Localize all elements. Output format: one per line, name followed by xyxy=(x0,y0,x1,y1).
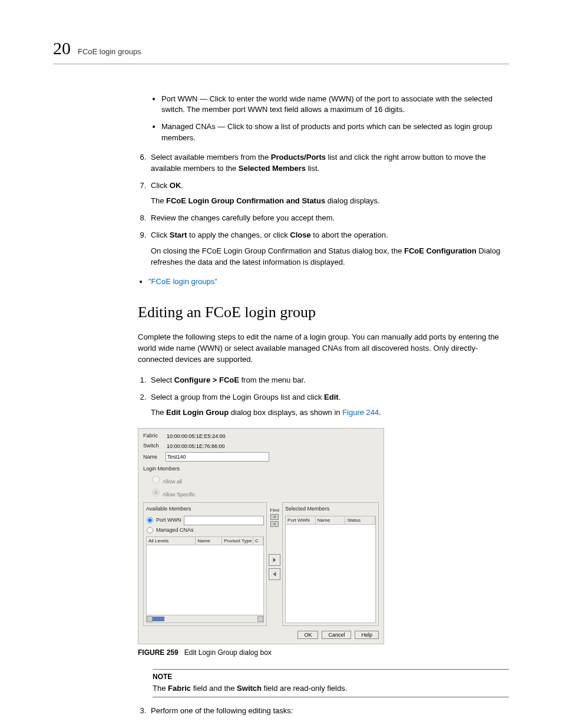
note-block: NOTE The Fabric field and the Switch fie… xyxy=(153,669,509,697)
find-label: Find xyxy=(270,508,279,513)
step-text: Review the changes carefully before you … xyxy=(151,213,335,222)
selected-members-title: Selected Members xyxy=(285,505,376,513)
fabric-label: Fabric xyxy=(143,432,162,440)
selected-members-panel: Selected Members Port WWN Name Status xyxy=(282,502,379,626)
selected-table-body xyxy=(286,525,375,622)
managed-cnas-radio-row: Managed CNAs xyxy=(146,526,264,534)
step-item: Click OK. The FCoE Login Group Confirmat… xyxy=(148,180,509,207)
remove-arrow-button[interactable] xyxy=(269,568,280,580)
switch-label: Switch xyxy=(143,442,162,450)
available-table-header: All Levels Name Product Type C xyxy=(147,537,263,546)
col-name: Name xyxy=(196,537,222,545)
available-table: All Levels Name Product Type C xyxy=(146,536,264,624)
step-item: Select Configure > FCoE from the menu ba… xyxy=(148,375,509,386)
help-button[interactable]: Help xyxy=(355,631,379,639)
step-paragraph: The Edit Login Group dialog box displays… xyxy=(151,407,509,419)
step-item: Review the changes carefully before you … xyxy=(148,213,509,224)
page-header: 20 FCoE login groups xyxy=(53,35,509,64)
bullet-item: Managed CNAs — Click to show a list of p… xyxy=(161,121,509,144)
step-item: Click Start to apply the changes, or cli… xyxy=(148,230,509,268)
chevron-right-icon xyxy=(272,558,277,562)
switch-value xyxy=(166,443,379,450)
name-input[interactable] xyxy=(166,452,269,462)
allow-all-radio[interactable]: Allow all xyxy=(149,474,379,486)
horizontal-scrollbar[interactable] xyxy=(147,615,263,622)
sel-col-status: Status xyxy=(345,516,375,525)
dialog-button-row: OK Cancel Help xyxy=(143,631,379,639)
transfer-controls: Find > < xyxy=(269,502,280,626)
step-item: Select a group from the Login Groups lis… xyxy=(148,392,509,419)
cancel-button[interactable]: Cancel xyxy=(322,631,351,639)
fabric-value xyxy=(166,433,379,440)
available-table-body xyxy=(147,545,263,615)
edit-login-group-dialog: Fabric Switch Name Login Members Allow a… xyxy=(138,428,384,644)
sel-col-name: Name xyxy=(316,516,346,525)
login-members-label: Login Members xyxy=(143,465,379,473)
col-product-type: Product Type xyxy=(222,537,253,545)
steps-list-a: Select available members from the Produc… xyxy=(138,152,509,268)
step-text: Select Configure > FCoE from the menu ba… xyxy=(151,375,306,384)
figure-caption: FIGURE 259 Edit Login Group dialog box xyxy=(138,648,509,658)
fabric-row: Fabric xyxy=(143,432,379,440)
step-text: Click Start to apply the changes, or cli… xyxy=(151,230,388,239)
col-c: C xyxy=(253,537,263,545)
note-title: NOTE xyxy=(153,672,509,682)
managed-cnas-label: Managed CNAs xyxy=(156,526,194,534)
switch-row: Switch xyxy=(143,442,379,450)
step-item: Select available members from the Produc… xyxy=(148,152,509,174)
managed-cnas-radio[interactable] xyxy=(147,527,153,533)
chevron-left-icon xyxy=(272,572,277,577)
figure-label: FIGURE 259 xyxy=(138,648,178,657)
figure-link[interactable]: Figure 244 xyxy=(342,408,379,417)
step-item: Perform one of the following editing tas… xyxy=(148,706,509,717)
figure-caption-text: Edit Login Group dialog box xyxy=(184,648,272,657)
page-content: Port WWN — Click to enter the world wide… xyxy=(138,94,509,717)
name-row: Name xyxy=(143,452,379,462)
login-members-section: Login Members Allow all Allow Specific xyxy=(143,465,379,499)
step-text: Select a group from the Login Groups lis… xyxy=(151,393,340,401)
selected-table-header: Port WWN Name Status xyxy=(286,516,375,525)
bullet-item: Port WWN — Click to enter the world wide… xyxy=(161,94,509,116)
section-intro: Complete the following steps to edit the… xyxy=(138,332,509,365)
available-members-panel: Available Members Port WWN Managed CNAs … xyxy=(143,502,267,626)
related-link-item: "FCoE login groups" xyxy=(148,276,509,288)
port-wwn-radio-row: Port WWN xyxy=(146,516,264,525)
note-text: The Fabric field and the Switch field ar… xyxy=(153,683,509,694)
port-wwn-input[interactable] xyxy=(184,516,265,525)
selected-table: Port WWN Name Status xyxy=(285,516,376,624)
step-text: Select available members from the Produc… xyxy=(151,153,486,173)
add-arrow-button[interactable] xyxy=(269,554,280,566)
steps-list-b: Select Configure > FCoE from the menu ba… xyxy=(138,375,509,419)
col-all-levels: All Levels xyxy=(147,537,196,545)
step-text: Click OK. xyxy=(151,181,183,190)
sel-col-port-wwn: Port WWN xyxy=(286,516,316,525)
section-title: Editing an FCoE login group xyxy=(138,301,509,324)
panels-row: Available Members Port WWN Managed CNAs … xyxy=(143,502,379,626)
find-prev-button[interactable]: < xyxy=(270,521,279,527)
available-members-title: Available Members xyxy=(146,505,264,513)
step-paragraph: The FCoE Login Group Confirmation and St… xyxy=(151,196,509,207)
chapter-number: 20 xyxy=(53,35,71,61)
port-wwn-label: Port WWN xyxy=(156,516,181,524)
port-wwn-radio[interactable] xyxy=(147,517,153,523)
find-next-button[interactable]: > xyxy=(270,514,279,520)
allow-specific-radio[interactable]: Allow Specific xyxy=(149,487,379,499)
top-bullet-list: Port WWN — Click to enter the world wide… xyxy=(138,94,509,144)
related-link-list: "FCoE login groups" xyxy=(138,276,509,288)
step-text: Perform one of the following editing tas… xyxy=(151,706,293,715)
steps-list-c: Perform one of the following editing tas… xyxy=(138,706,509,717)
fcoe-login-groups-link[interactable]: "FCoE login groups" xyxy=(148,277,217,286)
step-paragraph: On closing the FCoE Login Group Confirma… xyxy=(151,246,509,268)
running-title: FCoE login groups xyxy=(78,47,141,58)
ok-button[interactable]: OK xyxy=(297,631,318,639)
figure-259: Fabric Switch Name Login Members Allow a… xyxy=(138,428,509,658)
name-label: Name xyxy=(143,453,162,461)
